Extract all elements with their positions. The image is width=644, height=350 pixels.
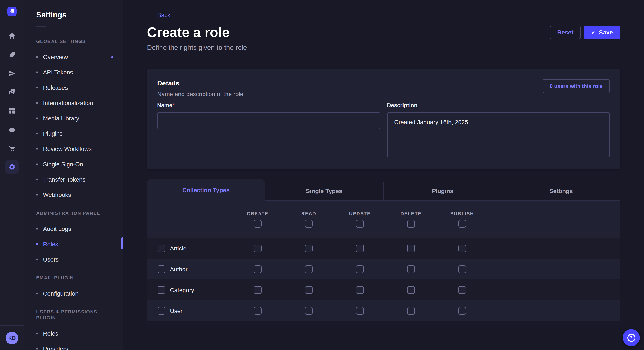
bullet-icon	[36, 194, 38, 196]
back-arrow-icon: ←	[147, 11, 154, 18]
bullet-icon	[36, 102, 38, 104]
permission-cell	[334, 265, 386, 273]
select-all-create-checkbox[interactable]	[254, 220, 262, 227]
avatar[interactable]: KD	[6, 332, 18, 345]
subnav-title-divider	[36, 26, 46, 27]
nav-list: OverviewAPI TokensReleasesInternationali…	[36, 49, 116, 202]
permission-cell	[283, 286, 334, 294]
row-checks	[232, 307, 488, 315]
tab-single-types[interactable]: Single Types	[265, 181, 383, 201]
permission-cell	[283, 307, 334, 315]
details-card: Details Name and description of the role…	[147, 69, 620, 169]
category-read-checkbox[interactable]	[305, 286, 313, 294]
details-card-header: Details Name and description of the role…	[157, 79, 610, 98]
column-header-publish: PUBLISH	[436, 211, 488, 216]
article-read-checkbox[interactable]	[305, 244, 313, 252]
user-create-checkbox[interactable]	[254, 307, 262, 315]
settings-nav-item-roles[interactable]: Roles	[36, 326, 116, 341]
category-create-checkbox[interactable]	[254, 286, 262, 294]
tab-plugins[interactable]: Plugins	[383, 181, 502, 201]
select-all-read-checkbox[interactable]	[305, 220, 313, 227]
rail-item-deploy[interactable]	[0, 64, 24, 82]
settings-nav-item-overview[interactable]: Overview	[36, 49, 116, 65]
name-input[interactable]	[157, 112, 380, 129]
author-delete-checkbox[interactable]	[407, 265, 415, 273]
author-create-checkbox[interactable]	[254, 265, 262, 273]
tab-settings[interactable]: Settings	[502, 181, 620, 201]
rail-item-content-type-builder[interactable]	[0, 45, 24, 64]
settings-nav-item-api-tokens[interactable]: API Tokens	[36, 65, 116, 80]
permission-cell	[386, 286, 436, 294]
settings-nav-item-roles[interactable]: Roles	[36, 236, 116, 252]
author-publish-checkbox[interactable]	[458, 265, 466, 273]
settings-nav-item-media-library[interactable]: Media Library	[36, 111, 116, 126]
settings-nav-item-releases[interactable]: Releases	[36, 80, 116, 95]
nav-item-label: Audit Logs	[43, 225, 71, 232]
settings-nav-item-review-workflows[interactable]: Review Workflows	[36, 141, 116, 157]
settings-nav-item-plugins[interactable]: Plugins	[36, 126, 116, 141]
rail-item-content-manager[interactable]	[0, 101, 24, 120]
category-publish-checkbox[interactable]	[458, 286, 466, 294]
nav-item-label: Webhooks	[43, 191, 71, 198]
rail-item-home[interactable]	[0, 26, 24, 45]
settings-nav-item-internationalization[interactable]: Internationalization	[36, 95, 116, 111]
help-button[interactable]: ?	[623, 329, 640, 346]
permission-cell	[283, 265, 334, 273]
row-author-checkbox[interactable]	[158, 265, 165, 273]
article-create-checkbox[interactable]	[254, 244, 262, 252]
content-type-builder-icon	[8, 50, 16, 58]
select-all-publish-checkbox[interactable]	[458, 220, 466, 227]
details-subtitle: Name and description of the role	[157, 90, 244, 98]
active-item-indicator	[122, 237, 123, 249]
users-with-role-button[interactable]: 0 users with this role	[542, 79, 610, 93]
permission-cell	[232, 307, 283, 315]
description-textarea[interactable]: Created January 16th, 2025	[387, 112, 610, 157]
save-button[interactable]: ✓ Save	[584, 25, 620, 39]
user-read-checkbox[interactable]	[305, 307, 313, 315]
settings-nav-item-single-sign-on[interactable]: Single Sign-On	[36, 157, 116, 172]
user-publish-checkbox[interactable]	[458, 307, 466, 315]
row-category-checkbox[interactable]	[158, 286, 165, 294]
row-user-checkbox[interactable]	[158, 307, 165, 315]
category-update-checkbox[interactable]	[356, 286, 364, 294]
rail-item-media-library[interactable]	[0, 82, 24, 101]
permission-cell	[334, 244, 386, 252]
user-delete-checkbox[interactable]	[407, 307, 415, 315]
bullet-icon	[36, 56, 38, 58]
header-check-cell	[436, 220, 488, 227]
back-link[interactable]: ← Back	[147, 11, 170, 18]
settings-nav-item-transfer-tokens[interactable]: Transfer Tokens	[36, 172, 116, 187]
author-read-checkbox[interactable]	[305, 265, 313, 273]
home-icon	[8, 32, 16, 40]
section-label: USERS & PERMISSIONS PLUGIN	[36, 309, 116, 321]
rail-item-cloud[interactable]	[0, 120, 24, 139]
select-all-update-checkbox[interactable]	[356, 220, 364, 227]
permission-cell	[334, 286, 386, 294]
article-delete-checkbox[interactable]	[407, 244, 415, 252]
tab-collection-types[interactable]: Collection Types	[147, 179, 265, 201]
rail-item-marketplace[interactable]	[0, 139, 24, 157]
category-delete-checkbox[interactable]	[407, 286, 415, 294]
permissions-tabs: Collection TypesSingle TypesPluginsSetti…	[147, 179, 620, 201]
active-icon-highlight	[5, 160, 19, 174]
main-content: ← Back Create a role Reset ✓ Save Define…	[123, 0, 644, 350]
user-update-checkbox[interactable]	[356, 307, 364, 315]
row-lead: Category	[158, 286, 194, 294]
nav-item-label: Configuration	[43, 290, 78, 297]
page-header: Create a role Reset ✓ Save	[147, 24, 620, 41]
settings-nav-item-providers[interactable]: Providers	[36, 341, 116, 350]
settings-nav-item-audit-logs[interactable]: Audit Logs	[36, 221, 116, 236]
author-update-checkbox[interactable]	[356, 265, 364, 273]
reset-button[interactable]: Reset	[550, 25, 580, 39]
permission-cell	[334, 307, 386, 315]
rail-item-settings[interactable]	[0, 157, 24, 176]
settings-nav-item-webhooks[interactable]: Webhooks	[36, 187, 116, 202]
select-all-delete-checkbox[interactable]	[407, 220, 415, 227]
nav-item-label: Plugins	[43, 130, 62, 137]
settings-nav-item-configuration[interactable]: Configuration	[36, 286, 116, 301]
settings-nav-item-users[interactable]: Users	[36, 252, 116, 267]
row-article-checkbox[interactable]	[158, 244, 165, 252]
article-publish-checkbox[interactable]	[458, 244, 466, 252]
row-label: User	[170, 307, 182, 314]
article-update-checkbox[interactable]	[356, 244, 364, 252]
